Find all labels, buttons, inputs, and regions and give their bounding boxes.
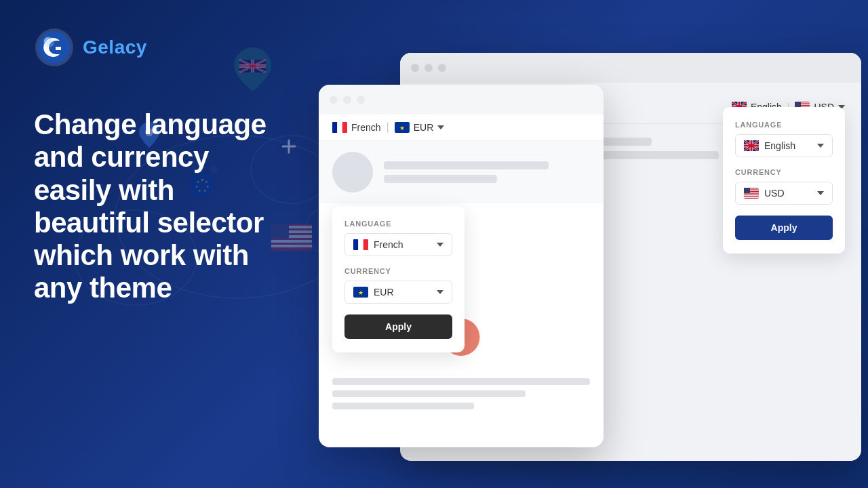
svg-rect-79	[332, 122, 337, 133]
eur-flag-select-icon: ★	[353, 287, 368, 298]
front-dot-1	[330, 96, 338, 104]
front-nav-bar: French | ★ EUR	[319, 115, 604, 141]
browser-front-titlebar	[319, 85, 604, 115]
front-nav-currency-text: EUR	[414, 122, 434, 133]
svg-text:★: ★	[399, 125, 405, 131]
back-language-label: LANGUAGE	[735, 121, 833, 129]
front-currency-value-text: EUR	[374, 287, 394, 298]
svg-rect-86	[363, 239, 368, 250]
front-lang-chevron-icon	[437, 243, 443, 247]
front-currency-select-value: ★ EUR	[353, 287, 394, 298]
front-language-label: LANGUAGE	[344, 220, 452, 228]
right-panel: English | USD	[312, 0, 868, 488]
fr-flag-nav-icon	[332, 122, 347, 133]
front-dot-2	[343, 96, 351, 104]
front-content-lines	[332, 378, 590, 409]
content-line-1	[332, 378, 590, 385]
front-nav-language-text: French	[351, 122, 381, 133]
left-panel: Gelacy Change language and currency easi…	[0, 0, 319, 488]
back-dropdown-panel: LANGUAGE English	[723, 107, 845, 253]
back-language-select-value: English	[744, 140, 795, 151]
logo-icon	[34, 27, 75, 68]
headline-text: Change language and currency easily with…	[34, 108, 285, 305]
browser-front-window: French | ★ EUR	[319, 85, 604, 447]
front-currency-label: CURRENCY	[344, 267, 452, 275]
front-currency-select[interactable]: ★ EUR	[344, 281, 452, 304]
profile-name-placeholder	[384, 161, 549, 169]
front-apply-button[interactable]: Apply	[344, 314, 452, 339]
svg-rect-75	[744, 194, 759, 195]
front-language-value-text: French	[374, 239, 403, 250]
profile-area	[319, 141, 604, 203]
fr-flag-select-icon	[353, 239, 368, 250]
content-line-2	[332, 390, 526, 397]
usd-flag-select-icon	[744, 188, 759, 199]
eur-flag-nav-icon: ★	[395, 122, 410, 133]
front-dropdown-panel: LANGUAGE French CURRENCY	[332, 206, 465, 352]
profile-info	[384, 161, 590, 183]
svg-rect-77	[744, 197, 759, 198]
back-currency-label: CURRENCY	[735, 168, 833, 176]
svg-rect-85	[358, 239, 363, 250]
svg-point-40	[44, 37, 51, 44]
front-dot-3	[357, 96, 365, 104]
content-line-3	[332, 403, 474, 409]
back-curr-chevron-icon	[817, 191, 824, 195]
browser-front-content: French | ★ EUR	[319, 115, 604, 423]
svg-rect-38	[56, 47, 61, 50]
back-currency-value-text: USD	[764, 188, 785, 199]
uk-flag-select-icon	[744, 140, 759, 151]
front-nav-currency: ★ EUR	[395, 122, 445, 133]
front-language-select[interactable]: French	[344, 233, 452, 256]
browser-dot-2	[425, 64, 433, 72]
back-currency-select[interactable]: USD	[735, 182, 833, 205]
back-language-select[interactable]: English	[735, 134, 833, 157]
profile-avatar	[332, 152, 373, 192]
svg-rect-80	[337, 122, 342, 133]
svg-rect-76	[744, 195, 759, 196]
browser-dot-3	[438, 64, 446, 72]
brand-name: Gelacy	[83, 37, 147, 58]
browser-back-titlebar	[400, 53, 861, 83]
svg-rect-81	[342, 122, 347, 133]
back-language-value-text: English	[764, 140, 795, 151]
profile-detail-placeholder	[384, 175, 497, 183]
front-language-select-value: French	[353, 239, 403, 250]
back-apply-button[interactable]: Apply	[735, 216, 833, 240]
logo-area: Gelacy	[34, 27, 285, 68]
svg-rect-57	[795, 102, 801, 107]
svg-text:★: ★	[358, 289, 363, 296]
front-curr-chevron-icon	[437, 290, 443, 294]
browser-dot-1	[411, 64, 419, 72]
front-nav-language: French	[332, 122, 381, 133]
back-currency-select-value: USD	[744, 188, 785, 199]
front-nav-separator: |	[387, 121, 389, 134]
back-lang-chevron-icon	[817, 144, 824, 148]
front-currency-chevron-icon	[437, 125, 444, 129]
svg-rect-78	[744, 188, 750, 193]
svg-point-37	[38, 31, 71, 64]
svg-rect-84	[353, 239, 358, 250]
